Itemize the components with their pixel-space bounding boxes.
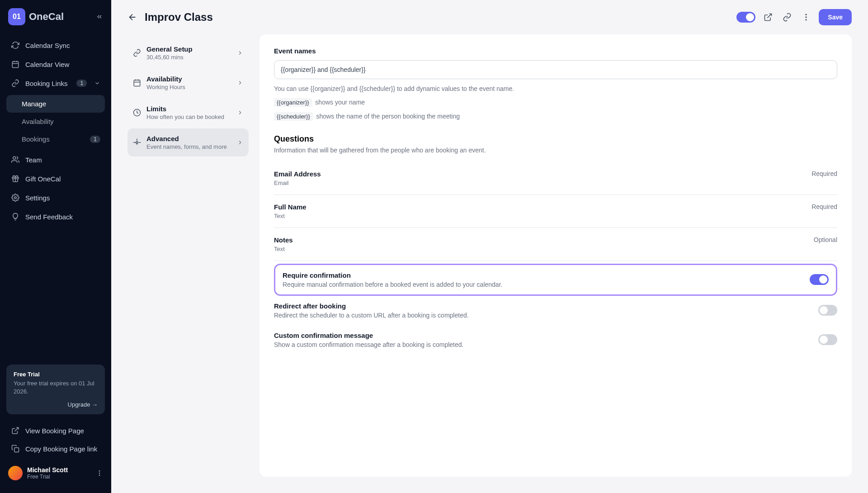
config-availability[interactable]: AvailabilityWorking Hours <box>127 69 249 97</box>
user-plan: Free Trial <box>27 474 68 480</box>
scheduler-variable: {{scheduler}} <box>274 112 313 121</box>
svg-rect-0 <box>12 62 19 68</box>
link-label: View Booking Page <box>25 427 84 435</box>
subnav-bookings[interactable]: Bookings 1 <box>6 130 105 148</box>
calendar-icon <box>133 79 141 87</box>
gear-icon <box>133 138 141 147</box>
header-actions: Save <box>736 9 852 25</box>
config-sublabel: 30,45,60 mins <box>146 54 193 61</box>
copy-link-button[interactable] <box>781 11 793 24</box>
nav-feedback[interactable]: Send Feedback <box>6 208 105 226</box>
question-fullname[interactable]: Full NameText Required <box>274 195 837 228</box>
event-name-input[interactable] <box>274 60 837 79</box>
config-text: AvailabilityWorking Hours <box>146 75 185 90</box>
lightbulb-icon <box>11 213 20 221</box>
sync-icon <box>11 41 20 49</box>
setting-title: Custom confirmation message <box>274 332 811 339</box>
nav-primary: Calendar Sync Calendar View Booking Link… <box>6 36 105 226</box>
svg-rect-11 <box>134 80 140 86</box>
chevron-right-icon <box>237 50 243 56</box>
require-confirmation-setting: Require confirmation Require manual conf… <box>274 264 837 296</box>
clock-icon <box>133 109 141 117</box>
question-name: Notes <box>274 236 293 244</box>
view-booking-page-link[interactable]: View Booking Page <box>6 422 105 440</box>
question-requirement: Optional <box>814 236 837 252</box>
question-type: Email <box>274 180 321 186</box>
setting-text: Require confirmation Require manual conf… <box>283 271 802 288</box>
header: Improv Class Save <box>111 0 868 34</box>
svg-point-8 <box>806 14 807 15</box>
settings-panel: Event names You can use {{organizer}} an… <box>259 34 852 477</box>
badge: 1 <box>90 136 100 143</box>
more-menu-button[interactable] <box>800 11 812 24</box>
trial-title: Free Trial <box>14 371 98 378</box>
config-general-setup[interactable]: General Setup30,45,60 mins <box>127 39 249 67</box>
question-notes[interactable]: NotesText Optional <box>274 228 837 261</box>
organizer-desc: shows your name <box>315 99 365 106</box>
chevron-right-icon <box>237 139 243 146</box>
link-icon <box>133 49 141 57</box>
setting-title: Redirect after booking <box>274 302 811 310</box>
user-menu-button[interactable] <box>96 469 103 477</box>
setting-desc: Show a custom confirmation message after… <box>274 341 811 348</box>
question-info: Email AddressEmail <box>274 170 321 186</box>
back-button[interactable] <box>127 12 137 22</box>
organizer-variable: {{organizer}} <box>274 98 312 107</box>
config-sublabel: Event names, forms, and more <box>146 143 227 150</box>
svg-point-3 <box>14 197 17 199</box>
config-text: LimitsHow often you can be booked <box>146 105 224 120</box>
setting-text: Custom confirmation message Show a custo… <box>274 332 811 348</box>
nav-settings[interactable]: Settings <box>6 189 105 207</box>
nav-booking-links[interactable]: Booking Links 1 <box>6 74 105 92</box>
bottom-links: View Booking Page Copy Booking Page link <box>6 422 105 458</box>
upgrade-link[interactable]: Upgrade → <box>14 401 98 408</box>
nav-team[interactable]: Team <box>6 151 105 169</box>
nav-calendar-view[interactable]: Calendar View <box>6 55 105 73</box>
custom-message-toggle[interactable] <box>818 334 837 345</box>
gift-icon <box>11 175 20 183</box>
team-icon <box>11 156 20 164</box>
logo[interactable]: 01 OneCal <box>6 8 105 25</box>
redirect-toggle[interactable] <box>818 305 837 316</box>
setting-title: Require confirmation <box>283 271 802 279</box>
svg-rect-4 <box>14 448 19 452</box>
custom-confirmation-setting: Custom confirmation message Show a custo… <box>274 325 837 355</box>
svg-point-5 <box>99 470 100 472</box>
config-sublabel: How often you can be booked <box>146 114 224 120</box>
enable-toggle[interactable] <box>736 12 755 23</box>
nav-calendar-sync[interactable]: Calendar Sync <box>6 36 105 54</box>
nav-label: Booking Links <box>25 80 67 87</box>
config-limits[interactable]: LimitsHow often you can be booked <box>127 99 249 127</box>
require-confirmation-toggle[interactable] <box>810 274 829 285</box>
collapse-sidebar-button[interactable] <box>96 13 103 20</box>
nav-label: Calendar Sync <box>25 42 70 49</box>
external-link-icon <box>11 427 20 435</box>
config-label: Availability <box>146 75 185 83</box>
redirect-after-booking-setting: Redirect after booking Redirect the sche… <box>274 296 837 325</box>
open-external-button[interactable] <box>762 11 774 24</box>
subnav-availability[interactable]: Availability <box>6 113 105 130</box>
user-name: Michael Scott <box>27 466 68 474</box>
nav-gift[interactable]: Gift OneCal <box>6 170 105 188</box>
questions-subtitle: Information that will be gathered from t… <box>274 147 837 154</box>
question-name: Email Address <box>274 170 321 178</box>
config-text: AdvancedEvent names, forms, and more <box>146 135 227 150</box>
copy-booking-page-link[interactable]: Copy Booking Page link <box>6 440 105 458</box>
page-title: Improv Class <box>145 11 213 24</box>
question-type: Text <box>274 246 293 252</box>
user-profile[interactable]: Michael Scott Free Trial <box>6 461 105 485</box>
booking-links-subnav: Manage Availability Bookings 1 <box>6 95 105 148</box>
config-label: General Setup <box>146 45 193 53</box>
save-button[interactable]: Save <box>819 9 852 25</box>
subnav-manage[interactable]: Manage <box>6 95 105 113</box>
question-email[interactable]: Email AddressEmail Required <box>274 162 837 195</box>
trial-text: Your free trial expires on 01 Jul 2026. <box>14 379 98 396</box>
scheduler-desc: shows the name of the person booking the… <box>316 113 460 120</box>
config-advanced[interactable]: AdvancedEvent names, forms, and more <box>127 128 249 156</box>
chevron-right-icon <box>237 109 243 116</box>
question-type: Text <box>274 213 307 219</box>
nav-label: Settings <box>25 194 50 202</box>
nav-label: Team <box>25 156 42 164</box>
badge: 1 <box>76 80 87 87</box>
sidebar: 01 OneCal Calendar Sync Calendar View Bo… <box>0 0 111 493</box>
